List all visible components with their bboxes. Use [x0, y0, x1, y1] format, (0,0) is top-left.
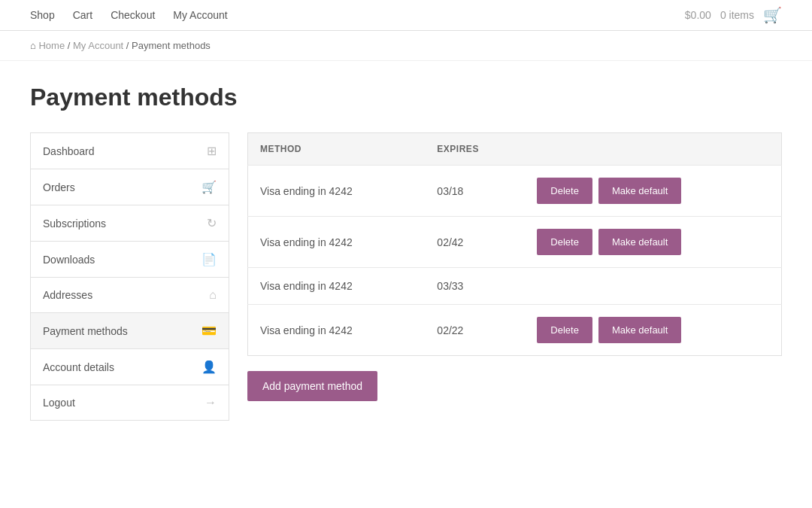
actions-cell: Delete Make default — [525, 217, 781, 268]
breadcrumb-separator-1: / — [68, 40, 73, 51]
delete-button[interactable]: Delete — [537, 229, 592, 255]
method-cell: Visa ending in 4242 — [248, 166, 426, 217]
sidebar-label-payment-methods: Payment methods — [43, 325, 128, 337]
table-row: Visa ending in 4242 02/22 Delete Make de… — [248, 305, 782, 356]
payment-methods-table: METHOD EXPIRES Visa ending in 4242 03/18… — [247, 132, 782, 356]
make-default-button[interactable]: Make default — [598, 317, 681, 343]
col-method: METHOD — [248, 133, 426, 166]
addresses-icon: ⌂ — [209, 288, 217, 302]
method-cell: Visa ending in 4242 — [248, 268, 426, 305]
actions-cell: Delete Make default — [525, 166, 781, 217]
sidebar-label-subscriptions: Subscriptions — [43, 217, 106, 230]
sidebar: Dashboard Orders 🛒 Subscriptions ↻ Downl… — [30, 132, 229, 421]
nav-shop[interactable]: Shop — [30, 9, 55, 21]
sidebar-item-dashboard[interactable]: Dashboard — [31, 133, 229, 169]
sidebar-item-logout[interactable]: Logout → — [31, 385, 229, 420]
subscriptions-icon: ↻ — [207, 216, 217, 230]
expires-cell: 03/18 — [425, 166, 525, 217]
sidebar-label-addresses: Addresses — [43, 289, 92, 301]
sidebar-item-subscriptions[interactable]: Subscriptions ↻ — [31, 205, 229, 242]
method-cell: Visa ending in 4242 — [248, 217, 426, 268]
dashboard-icon — [207, 144, 217, 158]
sidebar-label-logout: Logout — [43, 397, 75, 409]
orders-icon: 🛒 — [201, 180, 217, 194]
payment-methods-icon: 💳 — [201, 324, 217, 338]
expires-cell: 02/42 — [425, 217, 525, 268]
cart-items-count: 0 items — [720, 9, 754, 21]
sidebar-label-account-details: Account details — [43, 361, 114, 373]
page-content: Payment methods Dashboard Orders 🛒 Subsc… — [0, 61, 812, 451]
table-row: Visa ending in 4242 02/42 Delete Make de… — [248, 217, 782, 268]
delete-button[interactable]: Delete — [537, 178, 592, 204]
nav-links: Shop Cart Checkout My Account — [30, 9, 228, 21]
downloads-icon: 📄 — [201, 252, 217, 266]
breadcrumb-current: Payment methods — [132, 40, 211, 51]
cart-icon[interactable]: 🛒 — [763, 6, 782, 24]
cart-summary: $0.00 0 items 🛒 — [685, 6, 782, 24]
breadcrumb: ⌂ Home / My Account / Payment methods — [0, 31, 812, 61]
nav-checkout[interactable]: Checkout — [111, 9, 155, 21]
page-title: Payment methods — [30, 84, 782, 111]
account-details-icon: 👤 — [201, 360, 217, 374]
actions-cell — [525, 268, 781, 305]
sidebar-item-account-details[interactable]: Account details 👤 — [31, 349, 229, 385]
nav-my-account[interactable]: My Account — [173, 9, 227, 21]
sidebar-item-addresses[interactable]: Addresses ⌂ — [31, 278, 229, 313]
sidebar-label-dashboard: Dashboard — [43, 145, 95, 157]
main-content: METHOD EXPIRES Visa ending in 4242 03/18… — [247, 132, 782, 401]
col-actions — [525, 133, 781, 166]
delete-button[interactable]: Delete — [537, 317, 592, 343]
main-layout: Dashboard Orders 🛒 Subscriptions ↻ Downl… — [30, 132, 782, 421]
table-row: Visa ending in 4242 03/18 Delete Make de… — [248, 166, 782, 217]
sidebar-label-downloads: Downloads — [43, 254, 95, 266]
sidebar-item-downloads[interactable]: Downloads 📄 — [31, 242, 229, 278]
method-cell: Visa ending in 4242 — [248, 305, 426, 356]
add-payment-method-button[interactable]: Add payment method — [247, 371, 377, 401]
cart-total: $0.00 — [685, 9, 711, 21]
col-expires: EXPIRES — [425, 133, 525, 166]
actions-cell: Delete Make default — [525, 305, 781, 356]
breadcrumb-separator-2: / — [126, 40, 132, 51]
make-default-button[interactable]: Make default — [598, 178, 681, 204]
make-default-button[interactable]: Make default — [598, 229, 681, 255]
breadcrumb-home-link[interactable]: Home — [38, 40, 65, 51]
top-navigation: Shop Cart Checkout My Account $0.00 0 it… — [0, 0, 812, 31]
expires-cell: 03/33 — [425, 268, 525, 305]
table-row: Visa ending in 4242 03/33 — [248, 268, 782, 305]
breadcrumb-my-account-link[interactable]: My Account — [73, 40, 123, 51]
breadcrumb-home-icon: ⌂ — [30, 40, 36, 51]
expires-cell: 02/22 — [425, 305, 525, 356]
nav-cart[interactable]: Cart — [73, 9, 92, 21]
sidebar-item-payment-methods[interactable]: Payment methods 💳 — [31, 313, 229, 349]
sidebar-item-orders[interactable]: Orders 🛒 — [31, 169, 229, 205]
logout-icon: → — [205, 396, 217, 409]
sidebar-label-orders: Orders — [43, 181, 75, 193]
